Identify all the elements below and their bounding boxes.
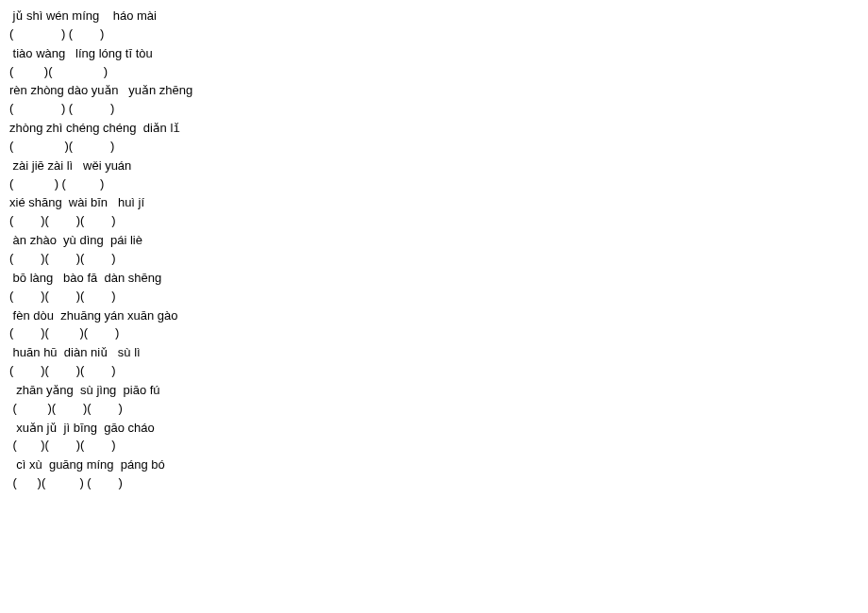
line-5-pinyin: zài jiē zài lì wěi yuán bbox=[9, 157, 859, 175]
line-12-paren: ( )( )( ) bbox=[9, 437, 859, 455]
line-7-paren: ( )( )( ) bbox=[9, 250, 859, 268]
line-9-pinyin: fèn dòu zhuāng yán xuān gào bbox=[9, 307, 859, 325]
line-2-pinyin: tiào wàng líng lóng tī tòu bbox=[9, 45, 859, 63]
line-13-paren: ( )( ) ( ) bbox=[9, 474, 859, 492]
line-11-paren: ( )( )( ) bbox=[9, 400, 859, 418]
document: jǔ shì wén míng háo mài ( ) ( ) tiào wàn… bbox=[9, 8, 859, 492]
line-4-pinyin: zhòng zhì chéng chéng diǎn lǐ bbox=[9, 120, 859, 138]
line-2-paren: ( )( ) bbox=[9, 63, 859, 81]
line-3-paren: ( ) ( ) bbox=[9, 100, 859, 118]
line-9-paren: ( )( )( ) bbox=[9, 324, 859, 342]
line-10-paren: ( )( )( ) bbox=[9, 362, 859, 380]
line-5-paren: ( ) ( ) bbox=[9, 175, 859, 193]
line-10-pinyin: huān hū diàn niǔ sù lì bbox=[9, 344, 859, 362]
line-12-pinyin: xuǎn jǔ jì bīng gāo cháo bbox=[9, 420, 859, 438]
line-1-paren: ( ) ( ) bbox=[9, 25, 859, 43]
line-4-paren: ( )( ) bbox=[9, 138, 859, 156]
line-13-pinyin: cì xù guāng míng páng bó bbox=[9, 456, 859, 474]
line-8-pinyin: bō làng bào fā dàn shēng bbox=[9, 270, 859, 288]
line-1-pinyin: jǔ shì wén míng háo mài bbox=[9, 8, 859, 25]
line-6-pinyin: xié shāng wài bīn huì jí bbox=[9, 194, 859, 212]
line-7-pinyin: àn zhào yù dìng pái liè bbox=[9, 232, 859, 250]
line-3-pinyin: rèn zhòng dào yuǎn yuǎn zhēng bbox=[9, 82, 859, 100]
line-6-paren: ( )( )( ) bbox=[9, 212, 859, 230]
line-8-paren: ( )( )( ) bbox=[9, 288, 859, 306]
line-11-pinyin: zhān yǎng sù jìng piāo fú bbox=[9, 382, 859, 400]
